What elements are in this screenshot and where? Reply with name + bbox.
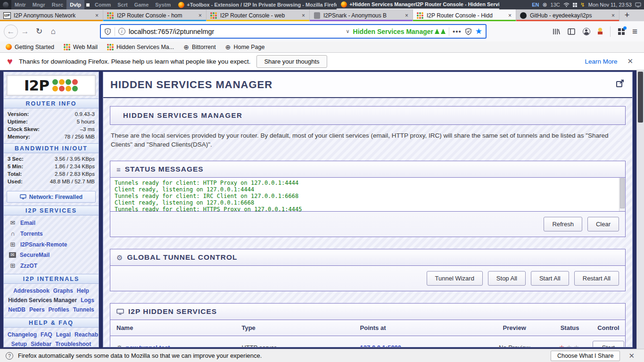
new-tab-button[interactable]: + <box>619 9 635 21</box>
link-addressbook[interactable]: Addressbook <box>13 288 50 294</box>
link-hidden-services-manager-current[interactable]: Hidden Services Manager <box>8 297 77 304</box>
tracking-protection-shield-icon[interactable] <box>104 28 111 35</box>
learn-more-link[interactable]: Learn More <box>585 58 617 65</box>
page-scrollbar[interactable] <box>636 70 644 349</box>
link-troubleshoot[interactable]: Troubleshoot <box>55 341 91 347</box>
link-logs[interactable]: Logs <box>81 297 94 304</box>
workspace-systm[interactable]: Systm <box>152 0 174 9</box>
wifi-icon[interactable] <box>563 2 570 7</box>
system-menu-icon[interactable] <box>0 0 11 9</box>
points-at-link[interactable]: 127.0.0.1:5000 <box>360 344 401 347</box>
tab-router-console-hidden-services-active[interactable]: I2P Router Console - Hidd × <box>413 9 516 21</box>
sidebar-item-email[interactable]: ✉Email <box>4 217 99 228</box>
tab-router-console-home[interactable]: I2P Router Console - hom × <box>103 9 206 21</box>
library-icon[interactable] <box>553 28 560 35</box>
workspace-comm[interactable]: Comm <box>91 0 114 9</box>
workspace-mntr[interactable]: Mntr <box>11 0 29 9</box>
tab-close-icon[interactable]: × <box>301 12 306 19</box>
shield-check-icon[interactable] <box>465 28 472 35</box>
log-scrollbar[interactable] <box>619 178 625 211</box>
stop-all-button[interactable]: Stop All <box>488 271 526 286</box>
workspace-game[interactable]: Game <box>131 0 152 9</box>
bookmark-hidden-services[interactable]: Hidden Services Ma... <box>107 44 174 50</box>
url-bar[interactable]: i localhost:7657/i2ptunnelmgr ∨ Hidden S… <box>100 24 487 39</box>
taskbar-window-hidden-services[interactable]: +Hidden Services ManagerI2P Router Conso… <box>337 0 499 9</box>
link-tunnels[interactable]: Tunnels <box>73 306 94 313</box>
start-all-button[interactable]: Start All <box>531 271 569 286</box>
reload-button[interactable]: ↻ <box>32 25 46 39</box>
link-sidebar[interactable]: Sidebar <box>31 341 51 347</box>
sidebar-item-torrents[interactable]: ∩Torrents <box>4 228 99 239</box>
link-peers[interactable]: Peers <box>29 306 45 313</box>
service-link[interactable]: ZzzOT <box>20 263 37 269</box>
sidebar-item-i2psnark-remote[interactable]: ⊞I2PSnark-Remote <box>4 239 99 250</box>
gear-icon[interactable]: ⚙ <box>116 344 123 347</box>
bookmark-bittorrent[interactable]: ⊕ Bittorrent <box>183 43 215 51</box>
status-log-area[interactable]: Tunnels ready for client: HTTP Proxy on … <box>110 178 625 212</box>
tab-close-icon[interactable]: × <box>198 12 203 19</box>
url-text[interactable]: localhost:7657/i2ptunnelmgr <box>129 28 343 35</box>
restart-all-button[interactable]: Restart All <box>574 271 619 286</box>
sidebar-toggle-icon[interactable] <box>568 28 575 35</box>
tab-close-icon[interactable]: × <box>507 12 512 19</box>
chevron-down-icon[interactable]: ∨ <box>346 28 350 34</box>
open-in-new-window-icon[interactable] <box>615 79 625 90</box>
extension-grid-icon[interactable] <box>618 28 625 35</box>
menu-hamburger-icon[interactable]: ≡ <box>632 26 637 37</box>
home-button[interactable]: ⌂ <box>46 25 60 39</box>
link-reachability[interactable]: Reachability <box>74 331 99 338</box>
display-icon[interactable] <box>635 2 641 8</box>
link-profiles[interactable]: Profiles <box>49 306 69 313</box>
sidebar-item-securemail[interactable]: ✉SecureMail <box>4 250 99 260</box>
power-icon[interactable]: ↯ <box>580 1 585 8</box>
account-icon[interactable] <box>583 28 590 35</box>
clear-button[interactable]: Clear <box>587 217 619 231</box>
bookmark-star-icon[interactable]: ★ <box>475 26 482 36</box>
redshift-icon[interactable]: ⊗ <box>543 1 547 8</box>
service-link[interactable]: SecureMail <box>20 252 50 258</box>
service-link[interactable]: I2PSnark-Remote <box>20 241 67 248</box>
workspace-rsrc[interactable]: Rsrc <box>49 0 66 9</box>
tab-router-console-web[interactable]: I2P Router Console - web × <box>206 9 310 21</box>
tab-i2psnark[interactable]: I2PSnark - Anonymous B × <box>310 9 413 21</box>
link-legal[interactable]: Legal <box>56 331 71 338</box>
bookmark-web-mail[interactable]: Web Mail <box>64 44 98 50</box>
link-faq[interactable]: FAQ <box>41 331 52 338</box>
link-netdb[interactable]: NetDB <box>8 306 25 313</box>
link-help[interactable]: Help <box>77 288 89 294</box>
start-button[interactable]: Start <box>593 341 624 347</box>
tab-i2p-anonymous-network[interactable]: I2P I2P Anonymous Network × <box>0 9 103 21</box>
link-setup[interactable]: Setup <box>11 341 27 347</box>
choose-what-i-share-button[interactable]: Choose What I Share <box>551 351 620 361</box>
link-changelog[interactable]: Changelog <box>8 331 37 338</box>
tunnel-wizard-button[interactable]: Tunnel Wizard <box>427 271 483 286</box>
link-graphs[interactable]: Graphs <box>53 288 73 294</box>
tunnel-name-link[interactable]: new.tunnel.test <box>126 344 170 347</box>
app-launcher-icon[interactable] <box>573 3 577 7</box>
forward-button[interactable]: → <box>18 25 32 39</box>
service-link[interactable]: Email <box>20 220 35 226</box>
bookmark-getting-started[interactable]: Getting Started <box>6 44 54 50</box>
service-link[interactable]: Torrents <box>20 230 43 237</box>
i2p-logo[interactable]: I2P <box>7 75 96 96</box>
tab-close-icon[interactable]: × <box>404 12 409 19</box>
taskbar-window-toolbox[interactable]: +Toolbox - Extension / I2P In Private Br… <box>174 0 337 9</box>
refresh-button[interactable]: Refresh <box>544 217 582 231</box>
tab-close-icon[interactable]: × <box>611 12 616 19</box>
share-thoughts-button[interactable]: Share your thoughts <box>256 55 327 68</box>
page-actions-menu-icon[interactable]: ••• <box>453 27 462 35</box>
network-status-button[interactable]: Network: Firewalled <box>7 191 96 203</box>
sidebar-item-zzzot[interactable]: ⊞ZzzOT <box>4 260 99 271</box>
scrollbar-thumb[interactable] <box>638 72 643 123</box>
back-button[interactable]: ← <box>4 25 18 39</box>
tab-close-icon[interactable]: × <box>94 12 99 19</box>
bookmark-home-page[interactable]: ⊕ Home Page <box>225 43 265 51</box>
close-notification-icon[interactable]: ✕ <box>623 57 637 66</box>
workspace-scrt[interactable]: Scrt <box>114 0 131 9</box>
scrollbar-thumb[interactable] <box>620 178 625 208</box>
keyboard-layout-indicator[interactable]: EN <box>532 2 539 8</box>
site-info-icon[interactable]: i <box>118 28 125 35</box>
tab-github[interactable]: GitHub - eyedeekay/i2ps × <box>516 9 619 21</box>
i2p-page-action[interactable]: Hidden Services Manager <box>353 28 446 35</box>
extension-character-icon[interactable] <box>598 28 603 35</box>
